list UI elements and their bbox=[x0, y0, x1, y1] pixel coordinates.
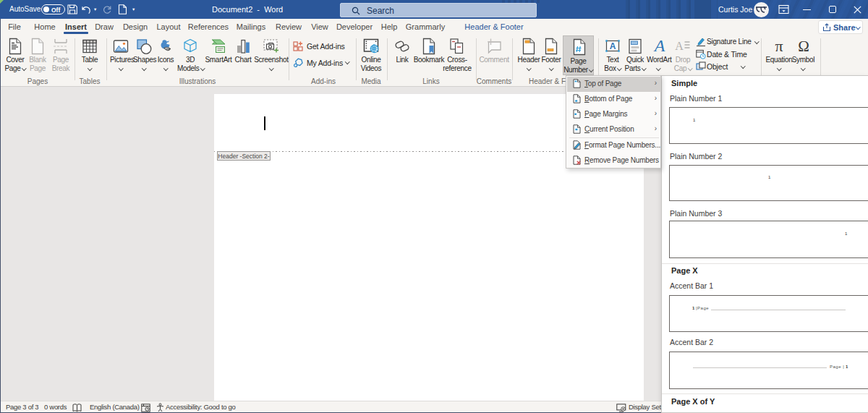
svg-text:A: A bbox=[610, 41, 616, 51]
svg-text:A: A bbox=[675, 40, 684, 52]
svg-text:A: A bbox=[653, 38, 665, 55]
svg-text:Ω: Ω bbox=[798, 38, 809, 55]
svg-text:π: π bbox=[775, 38, 783, 55]
